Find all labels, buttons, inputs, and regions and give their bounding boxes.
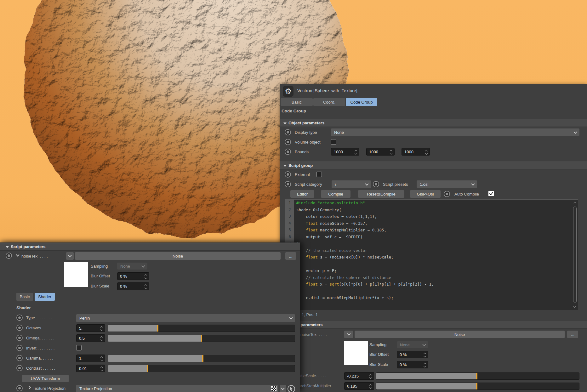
omega-field[interactable]: 0.5	[76, 334, 105, 342]
marchstep-slider[interactable]	[376, 383, 579, 390]
bounds-z-field[interactable]: 1000	[402, 148, 430, 156]
overlay-script-parameters-header[interactable]: Script parameters	[0, 243, 300, 251]
gamma-slider[interactable]	[108, 355, 295, 362]
external-checkbox[interactable]	[316, 172, 322, 177]
noise-shader-button[interactable]: Noise	[355, 331, 565, 338]
script-category-select[interactable]: \	[332, 180, 371, 188]
chevron-down-icon	[471, 182, 475, 185]
overlay-blur-scale-field[interactable]: 0 %	[117, 282, 149, 290]
overlay-noisetex-anim-dot[interactable]	[6, 253, 12, 259]
script-presets-anim-dot[interactable]	[373, 181, 379, 187]
overlay-noisetex-dropdown-button[interactable]	[66, 252, 74, 260]
blur-offset-label: Blur Offset	[369, 352, 389, 357]
tab-basic[interactable]: Basic	[281, 98, 313, 106]
bounds-anim-dot[interactable]	[285, 149, 291, 155]
volume-object-label: Volume object	[295, 140, 321, 145]
sampling-select[interactable]: None	[397, 341, 428, 348]
marchstep-field[interactable]: 0.185	[344, 382, 374, 390]
noisescale-field[interactable]: -0.215	[344, 372, 374, 380]
editor-scrollbar[interactable]	[573, 200, 577, 309]
reset-compile-button[interactable]: Reset&Compile	[358, 190, 404, 198]
gamma-anim-dot[interactable]	[16, 355, 23, 361]
noisescale-slider[interactable]	[376, 372, 579, 380]
collapse-triangle-icon	[283, 165, 287, 167]
display-type-anim-dot[interactable]	[285, 129, 291, 135]
noisescale-label: noiseScale. . . . .	[296, 373, 326, 378]
glsl-to-osl-button[interactable]: Glsl->Osl	[410, 190, 441, 198]
script-group-header[interactable]: Script group	[280, 162, 587, 169]
blur-offset-field[interactable]: 0 %	[397, 351, 428, 358]
external-anim-dot[interactable]	[285, 171, 291, 178]
pick-object-icon[interactable]	[287, 385, 295, 392]
collapse-triangle-icon	[283, 122, 287, 124]
external-label: External	[295, 172, 310, 177]
bounds-x-field[interactable]: 1000	[331, 148, 359, 156]
invert-label: Invert . . . . . . . .	[26, 346, 54, 350]
blur-scale-field[interactable]: 0 %	[397, 361, 428, 368]
overlay-sampling-label: Sampling	[91, 264, 108, 269]
contrast-anim-dot[interactable]	[16, 365, 23, 371]
editor-button[interactable]: Editor	[290, 190, 314, 198]
chevron-down-icon	[365, 182, 368, 185]
overlay-tab-shader[interactable]: Shader	[35, 293, 55, 301]
uvw-transform-button[interactable]: UVW Transform	[22, 375, 69, 382]
expand-chevron-icon[interactable]	[16, 253, 19, 256]
script-parameters-header[interactable]: Script parameters	[280, 321, 587, 329]
object-parameters-header[interactable]: Object parameters	[280, 119, 587, 127]
vectron-dialog: ⚙ Vectron [Sphere_with_Texture] Basic Co…	[280, 84, 587, 392]
type-select[interactable]: Perlin	[76, 314, 295, 322]
scrollbar-thumb[interactable]	[573, 207, 577, 303]
octaves-slider[interactable]	[108, 325, 295, 332]
overlay-noise-shader-button[interactable]: Noise	[75, 252, 281, 260]
omega-anim-dot[interactable]	[16, 335, 23, 341]
blur-scale-label: Blur Scale	[369, 362, 388, 367]
scroll-up-icon[interactable]	[573, 202, 576, 204]
overlay-noisetex-more-button[interactable]: ...	[285, 252, 296, 260]
editor-status: 1, Pos. 1	[302, 312, 318, 317]
volume-object-checkbox[interactable]	[331, 139, 336, 145]
overlay-blur-offset-label: Blur Offset	[91, 274, 110, 278]
texture-projection-anim-dot[interactable]	[16, 385, 23, 391]
screen: ⚙ Vectron [Sphere_with_Texture] Basic Co…	[0, 0, 587, 392]
contrast-field[interactable]: 0.01	[76, 365, 105, 372]
collapsed-chevron-icon[interactable]	[27, 386, 31, 389]
overlay-blur-offset-field[interactable]: 0 %	[117, 272, 149, 280]
texture-projection-dropdown-button[interactable]	[280, 385, 286, 392]
compile-button[interactable]: Compile	[321, 190, 350, 198]
display-type-select[interactable]: None	[331, 128, 579, 136]
noisetex-more-button[interactable]: ...	[567, 331, 578, 338]
type-label: Type. . . . . . . .	[26, 315, 52, 320]
auto-compile-anim-dot[interactable]	[444, 191, 450, 197]
overlay-tab-basic[interactable]: Basic	[16, 293, 33, 301]
noisetex-label: noiseTex . . . .	[300, 332, 327, 337]
script-group-title: Script group	[288, 163, 313, 168]
octaves-anim-dot[interactable]	[16, 325, 23, 331]
overlay-sampling-select[interactable]: None	[117, 263, 147, 270]
code-editor[interactable]: 12345678910111213141516 #include "octane…	[285, 199, 578, 310]
display-type-label: Display type	[295, 130, 317, 135]
script-category-anim-dot[interactable]	[285, 181, 291, 187]
texture-preview-swatch[interactable]	[344, 341, 368, 365]
script-presets-select[interactable]: 1.osl	[417, 180, 477, 188]
noisetex-dropdown-button[interactable]	[344, 331, 353, 338]
invert-checkbox[interactable]	[76, 345, 82, 350]
texture-projection-field[interactable]: Texture Projection	[76, 385, 278, 392]
octaves-field[interactable]: 5.	[76, 324, 105, 332]
tab-code-group[interactable]: Code Group	[346, 98, 377, 106]
auto-compile-checkbox[interactable]	[488, 191, 494, 196]
contrast-slider[interactable]	[108, 365, 295, 372]
scroll-down-icon[interactable]	[573, 305, 576, 308]
gear-icon: ⚙	[283, 86, 294, 97]
invert-anim-dot[interactable]	[16, 345, 23, 351]
dialog-title: Vectron [Sphere_with_Texture]	[297, 88, 357, 93]
volume-object-anim-dot[interactable]	[285, 139, 291, 145]
tab-coord[interactable]: Coord.	[313, 98, 345, 106]
auto-compile-label: Auto Compile	[454, 192, 479, 196]
bounds-y-field[interactable]: 1000	[366, 148, 395, 156]
gamma-field[interactable]: 1.	[76, 355, 105, 362]
omega-slider[interactable]	[108, 335, 295, 342]
type-anim-dot[interactable]	[16, 315, 23, 321]
overlay-texture-preview-swatch[interactable]	[64, 262, 88, 287]
collapse-triangle-icon	[6, 246, 9, 248]
editor-code[interactable]: #include "octane-oslintrin.h"shader OslG…	[296, 200, 572, 308]
